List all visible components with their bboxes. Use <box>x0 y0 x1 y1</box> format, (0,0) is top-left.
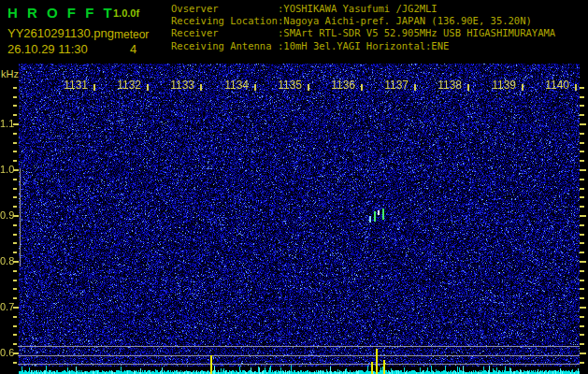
station-info-label: Ovserver <box>171 3 278 15</box>
frequency-tick-left <box>13 179 17 180</box>
carrier-line <box>18 355 580 356</box>
time-tick <box>361 84 363 91</box>
frequency-tick-right <box>580 87 584 89</box>
time-tick <box>575 84 577 91</box>
frequency-tick-right <box>580 142 584 144</box>
frequency-tick-left <box>13 297 17 299</box>
time-tick-label: 1135 <box>261 79 302 92</box>
frequency-tick-right <box>580 196 584 198</box>
frequency-tick-right <box>580 242 584 244</box>
time-tick <box>308 84 309 91</box>
frequency-tick-left <box>13 242 17 244</box>
frequency-tick-right <box>580 270 584 272</box>
noise-floor-canvas <box>19 365 580 374</box>
frequency-tick-left <box>13 343 17 345</box>
frequency-tick-left <box>13 188 17 190</box>
frequency-tick-left <box>13 114 17 116</box>
meteor-echo-mark <box>378 210 380 215</box>
station-info-value: :Nagoya Aichi-pref. JAPAN (136.90E, 35.2… <box>278 15 532 27</box>
frequency-tick-right <box>580 206 584 208</box>
frequency-tick-right <box>580 123 586 125</box>
frequency-tick-left <box>13 288 17 290</box>
time-tick-label: 1139 <box>475 79 516 92</box>
station-info-label: Receiving Antenna <box>171 40 278 52</box>
frequency-tick-left <box>13 234 17 236</box>
frequency-tick-label: 0.6 <box>0 347 14 358</box>
station-info-row: Receiving Antenna:10mH 3el.YAGI Horizont… <box>171 40 555 52</box>
time-tick <box>147 84 149 91</box>
frequency-tick-right <box>580 362 584 364</box>
frequency-tick-right <box>580 280 584 281</box>
frequency-tick-left <box>13 316 17 318</box>
frequency-tick-right <box>580 96 584 98</box>
time-tick-label: 1137 <box>367 79 409 92</box>
frequency-tick-left <box>13 224 17 226</box>
meteor-echo-mark <box>369 216 371 223</box>
frequency-tick-label: 0.9 <box>0 209 14 221</box>
output-filename: YY2610291130.png <box>7 26 114 40</box>
frequency-tick-left <box>13 142 17 144</box>
station-info-value: :10mH 3el.YAGI Horizontal:ENE <box>278 40 449 52</box>
frequency-tick-right <box>580 160 584 162</box>
mode-label: meteor <box>114 28 149 41</box>
frequency-tick-left <box>13 196 17 198</box>
frequency-tick-right <box>580 188 584 190</box>
time-tick-label: 1140 <box>528 79 569 92</box>
station-info-value: :SMArt RTL-SDR V5 52.905MHz USB HIGASHIM… <box>278 27 555 39</box>
frequency-tick-left <box>13 133 17 135</box>
meteor-echo-mark <box>374 211 376 222</box>
frequency-unit-label: kHz <box>1 68 19 79</box>
meteor-event-marker <box>371 362 373 374</box>
time-tick <box>93 84 95 91</box>
spectrogram-canvas <box>19 64 580 367</box>
station-info-row: Ovserver:YOSHIKAWA Yasufumi /JG2MLI <box>171 3 555 15</box>
time-tick-label: 1138 <box>421 79 462 92</box>
frequency-tick-right <box>580 297 584 299</box>
station-info-row: Receiver:SMArt RTL-SDR V5 52.905MHz USB … <box>171 27 555 39</box>
frequency-tick-right <box>580 261 586 263</box>
station-info-value: :YOSHIKAWA Yasufumi /JG2MLI <box>278 3 437 15</box>
frequency-tick-label: 1.0 <box>0 164 14 175</box>
hrofft-window: H R O F F T 1.0.0f YY2610291130.png mete… <box>0 0 588 374</box>
time-tick <box>200 84 202 91</box>
frequency-tick-right <box>580 234 584 236</box>
station-info-label: Receiver <box>171 27 278 39</box>
start-edge-line <box>20 168 21 266</box>
frequency-tick-right <box>580 252 584 253</box>
app-title: H R O F F T <box>7 5 115 21</box>
app-version: 1.0.0f <box>113 7 139 19</box>
frequency-tick-label: 0.8 <box>0 255 14 266</box>
frequency-tick-right <box>580 151 584 152</box>
time-tick-label: 1133 <box>153 79 194 92</box>
time-tick-label: 1134 <box>208 79 249 92</box>
frequency-tick-right <box>580 325 584 327</box>
frequency-tick-right <box>580 215 586 217</box>
frequency-tick-right <box>580 307 586 309</box>
meteor-event-marker <box>210 355 212 374</box>
frequency-tick-right <box>580 114 584 116</box>
frequency-tick-left <box>13 87 17 89</box>
frequency-tick-right <box>580 343 584 345</box>
time-tick <box>414 84 416 91</box>
time-tick-label: 1136 <box>314 79 355 92</box>
frequency-tick-right <box>580 316 584 318</box>
frequency-tick-right <box>580 169 586 171</box>
carrier-line <box>18 364 580 365</box>
station-info-row: Receiving Location:Nagoya Aichi-pref. JA… <box>171 15 555 27</box>
frequency-tick-right <box>580 288 584 290</box>
frequency-tick-left <box>13 252 17 253</box>
station-info-block: Ovserver:YOSHIKAWA Yasufumi /JG2MLIRecei… <box>171 3 555 52</box>
time-tick-label: 1132 <box>100 79 141 92</box>
frequency-tick-right <box>580 133 584 135</box>
frequency-tick-label: 0.7 <box>0 301 14 312</box>
frequency-tick-left <box>13 280 17 281</box>
meteor-event-marker <box>383 360 385 374</box>
frequency-tick-left <box>13 105 17 107</box>
frequency-tick-right <box>580 179 584 180</box>
frequency-tick-left <box>13 362 17 364</box>
observation-datetime: 26.10.29 11:30 <box>7 42 88 56</box>
frequency-tick-left <box>13 160 17 162</box>
time-tick <box>467 84 469 91</box>
meteor-echo-mark <box>382 209 384 220</box>
time-tick-label: 1131 <box>47 79 88 92</box>
